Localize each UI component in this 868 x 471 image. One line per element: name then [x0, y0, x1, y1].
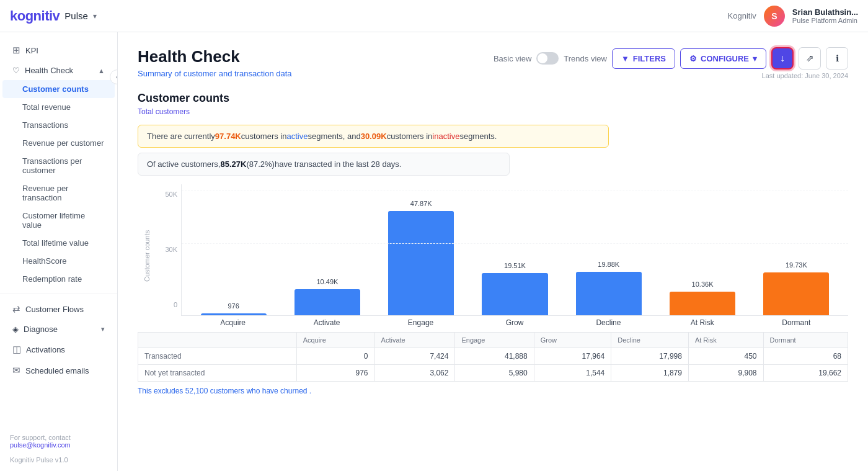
active-word: active	[286, 132, 308, 141]
toggle-knob	[538, 53, 547, 63]
table-header-acquire: Acquire	[296, 333, 374, 348]
email-icon: ✉	[12, 365, 20, 376]
nav-brand: kognitiv Pulse ▾	[10, 8, 97, 24]
sidebar-item-transactions-per-customer[interactable]: Transactions per customer	[2, 152, 115, 179]
sidebar-section-diagnose[interactable]: ◈ Diagnose ▾	[2, 320, 115, 339]
cell-not-transacted-activate: 3,062	[374, 365, 455, 382]
last-updated-label: Last updated: June 30, 2024	[494, 72, 848, 79]
page-title: Health Check	[138, 47, 292, 66]
inactive-word: inactive	[432, 132, 459, 141]
row-label-transacted: Transacted	[138, 348, 297, 365]
churned-note: This excludes 52,100 customers who have …	[138, 387, 848, 395]
sidebar-item-redemption-rate[interactable]: Redemption rate	[2, 270, 115, 288]
cell-transacted-grow: 17,964	[534, 348, 611, 365]
sidebar-item-total-revenue[interactable]: Total revenue	[2, 98, 115, 116]
product-chevron-icon[interactable]: ▾	[93, 12, 97, 20]
bar-decline-rect	[576, 272, 642, 315]
top-nav: kognitiv Pulse ▾ Kognitiv S Srian Bulath…	[0, 0, 868, 32]
basic-view-label: Basic view	[494, 54, 531, 63]
bar-acquire-value: 976	[228, 302, 239, 310]
grid-icon: ⊞	[12, 45, 20, 56]
product-label: Pulse	[64, 11, 88, 21]
y-label-30k: 30K	[165, 246, 177, 253]
configure-chevron-icon: ▾	[753, 54, 757, 63]
bar-at-risk-rect	[670, 292, 735, 315]
bar-activate-rect	[294, 289, 360, 315]
cell-transacted-at-risk: 450	[688, 348, 763, 365]
bar-acquire-rect	[201, 313, 267, 315]
cell-transacted-dormant: 68	[763, 348, 848, 365]
bars-container: 976 10.49K 47.87K 19.51K	[181, 184, 848, 316]
x-label-decline: Decline	[563, 316, 654, 327]
gear-icon: ⚙	[689, 54, 697, 63]
sidebar-section-diagnose-label: Diagnose	[24, 325, 58, 334]
sidebar-item-revenue-per-customer[interactable]: Revenue per customer	[2, 134, 115, 152]
page-header: Health Check Summary of customer and tra…	[138, 47, 848, 79]
cell-transacted-decline: 17,998	[611, 348, 689, 365]
sidebar-section-health-check[interactable]: ♡ Health Check ▲	[2, 61, 115, 80]
user-role: Pulse Platform Admin	[792, 17, 858, 24]
data-table: Acquire Activate Engage Grow Decline At …	[138, 332, 848, 382]
heart-icon: ♡	[12, 66, 20, 75]
sidebar-item-customer-flows[interactable]: ⇄ Customer Flows	[2, 298, 115, 320]
x-label-engage: Engage	[375, 316, 466, 327]
sidebar-item-transactions[interactable]: Transactions	[2, 116, 115, 134]
cell-transacted-acquire: 0	[296, 348, 374, 365]
bar-dormant-rect	[763, 272, 829, 315]
sidebar-item-activations[interactable]: ◫ Activations	[2, 339, 115, 360]
support-email-link[interactable]: pulse@kognitiv.com	[10, 441, 71, 449]
bar-activate: 10.49K	[281, 191, 373, 315]
table-header-decline: Decline	[611, 333, 689, 348]
y-label-0: 0	[174, 301, 177, 308]
bar-decline-value: 19.88K	[598, 261, 619, 268]
bar-grow-value: 19.51K	[504, 262, 526, 269]
table-header-engage: Engage	[455, 333, 534, 348]
table-row: Not yet transacted 976 3,062 5,980 1,544…	[138, 365, 848, 382]
active-count: 97.74K	[215, 132, 241, 141]
cell-transacted-engage: 41,888	[455, 348, 534, 365]
filter-icon: ▼	[621, 54, 629, 63]
bar-decline: 19.88K	[563, 191, 654, 315]
info-icon: ℹ	[836, 53, 839, 63]
page-subtitle: Summary of customer and transaction data	[138, 69, 292, 78]
sidebar-item-customer-counts[interactable]: Customer counts	[2, 80, 115, 98]
sidebar-item-customer-lifetime-value[interactable]: Customer lifetime value	[2, 207, 115, 234]
cell-transacted-activate: 7,424	[374, 348, 455, 365]
configure-button[interactable]: ⚙ CONFIGURE ▾	[680, 48, 766, 69]
sidebar-section-health-check-label: Health Check	[25, 66, 73, 75]
row-label-not-transacted: Not yet transacted	[138, 365, 297, 382]
chevron-up-icon: ▲	[98, 67, 105, 74]
sidebar-item-scheduled-emails[interactable]: ✉ Scheduled emails	[2, 360, 115, 381]
x-label-at-risk: At Risk	[657, 316, 748, 327]
inactive-count: 30.09K	[361, 132, 387, 141]
chart-area: Customer counts 50K 30K 0 976	[138, 184, 848, 327]
download-button[interactable]: ↓	[771, 47, 794, 70]
user-info: Srian Bulathsin... Pulse Platform Admin	[792, 7, 858, 24]
x-label-activate: Activate	[281, 316, 372, 327]
table-row: Transacted 0 7,424 41,888 17,964 17,998 …	[138, 348, 848, 365]
bar-engage: 47.87K	[376, 191, 467, 315]
x-label-dormant: Dormant	[751, 316, 842, 327]
sidebar-item-healthscore[interactable]: HealthScore	[2, 252, 115, 270]
share-button[interactable]: ⇗	[799, 47, 821, 70]
cell-not-transacted-grow: 1,544	[534, 365, 611, 382]
bar-dormant-value: 19.73K	[786, 261, 807, 269]
x-label-acquire: Acquire	[187, 316, 278, 327]
table-header-grow: Grow	[534, 333, 611, 348]
cell-not-transacted-at-risk: 9,908	[688, 365, 763, 382]
table-header-activate: Activate	[374, 333, 455, 348]
bar-engage-rect	[388, 211, 454, 315]
sidebar-item-customer-flows-label: Customer Flows	[25, 305, 84, 314]
table-header-at-risk: At Risk	[688, 333, 763, 348]
sidebar-item-total-lifetime-value[interactable]: Total lifetime value	[2, 234, 115, 252]
avatar[interactable]: S	[764, 6, 785, 27]
section-title: Customer counts	[138, 92, 848, 105]
sidebar-item-kpi[interactable]: ⊞ KPI	[2, 40, 115, 61]
filters-button[interactable]: ▼ FILTERS	[612, 48, 675, 69]
sidebar-item-revenue-per-transaction[interactable]: Revenue per transaction	[2, 179, 115, 207]
view-toggle-switch[interactable]	[536, 52, 559, 65]
info-button[interactable]: ℹ	[826, 47, 848, 70]
user-name: Srian Bulathsin...	[792, 7, 858, 17]
y-label-50k: 50K	[165, 191, 177, 198]
section-subtitle: Total customers	[138, 107, 848, 116]
